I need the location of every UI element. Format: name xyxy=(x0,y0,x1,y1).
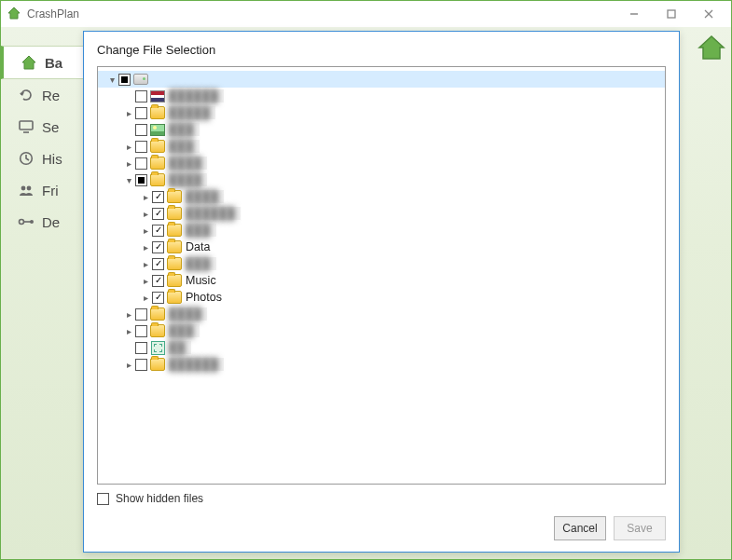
save-button[interactable]: Save xyxy=(614,516,666,540)
tree-row[interactable]: ██████ xyxy=(98,88,665,104)
tree-label: ███ xyxy=(169,324,200,337)
folder-icon xyxy=(150,307,165,321)
folder-icon xyxy=(167,190,182,203)
folder-icon xyxy=(167,240,182,253)
tree-row[interactable]: ▸████ xyxy=(98,155,665,171)
destination-icon xyxy=(18,213,35,230)
expand-toggle[interactable]: ▸ xyxy=(139,257,152,270)
tree-checkbox[interactable] xyxy=(135,342,147,354)
folder-icon xyxy=(150,358,165,371)
restore-icon xyxy=(18,87,35,103)
svg-point-7 xyxy=(21,186,26,191)
tree-checkbox[interactable] xyxy=(135,174,147,186)
expand-toggle[interactable]: ▸ xyxy=(122,324,135,337)
tree-checkbox[interactable] xyxy=(118,74,131,86)
show-hidden-checkbox[interactable] xyxy=(97,493,109,505)
tree-label: ███ xyxy=(169,140,200,153)
expand-toggle[interactable]: ▸ xyxy=(139,240,152,253)
app-title: CrashPlan xyxy=(27,7,615,20)
close-button[interactable] xyxy=(690,2,727,26)
tree-checkbox[interactable] xyxy=(135,141,147,153)
sidebar-item-label: His xyxy=(42,151,62,167)
minimize-button[interactable] xyxy=(615,2,653,26)
tree-checkbox[interactable] xyxy=(135,359,147,371)
tree-row[interactable]: ▸Music xyxy=(98,272,665,289)
tree-checkbox[interactable] xyxy=(135,308,147,321)
tree-label: ████ xyxy=(169,307,207,321)
tree-checkbox[interactable] xyxy=(135,325,147,337)
tree-checkbox[interactable] xyxy=(152,208,164,220)
folder-icon xyxy=(150,324,165,337)
folder-icon xyxy=(150,173,165,186)
expand-toggle[interactable]: ▸ xyxy=(122,358,135,371)
tree-checkbox[interactable] xyxy=(152,292,164,304)
expand-toggle[interactable]: ▸ xyxy=(139,291,152,304)
expand-toggle[interactable]: ▸ xyxy=(122,106,135,119)
folder-icon xyxy=(167,274,182,287)
folder-icon xyxy=(150,157,165,170)
expand-toggle[interactable]: ▸ xyxy=(139,224,152,237)
sidebar-item-label: Se xyxy=(42,119,59,135)
tree-label: █████ xyxy=(169,106,215,119)
expand-toggle[interactable]: ▸ xyxy=(122,157,135,170)
tree-row[interactable]: ██ xyxy=(98,339,665,356)
tree-checkbox[interactable] xyxy=(152,191,164,203)
tree-label: ████ xyxy=(169,157,207,170)
monitor-icon xyxy=(18,118,35,135)
tree-checkbox[interactable] xyxy=(152,275,164,287)
sidebar-item-label: Fri xyxy=(42,183,59,198)
tree-checkbox[interactable] xyxy=(135,157,147,170)
show-hidden-label: Show hidden files xyxy=(116,492,203,505)
file-tree: ▾██████▸████████▸███▸████▾████▸████▸████… xyxy=(98,71,665,373)
expand-toggle[interactable]: ▸ xyxy=(139,274,152,287)
sidebar-item-label: Ba xyxy=(45,55,62,71)
expand-toggle[interactable]: ▸ xyxy=(139,207,152,220)
tree-row[interactable]: ▸███ xyxy=(98,222,665,239)
tree-row[interactable]: ▾████ xyxy=(98,171,665,188)
flag-icon xyxy=(150,89,165,102)
header-logo-icon xyxy=(697,33,725,63)
cancel-button[interactable]: Cancel xyxy=(554,516,606,540)
home-icon xyxy=(21,54,37,71)
folder-icon xyxy=(167,224,182,237)
tree-label: ██████ xyxy=(169,89,224,102)
tree-row[interactable]: ▸████ xyxy=(98,306,665,322)
expand-toggle[interactable]: ▾ xyxy=(122,173,135,186)
tree-row[interactable]: ▸Data xyxy=(98,239,665,255)
dialog-title: Change File Selection xyxy=(97,43,666,57)
tree-row[interactable]: ▸████ xyxy=(98,188,665,205)
tree-checkbox[interactable] xyxy=(152,258,164,270)
tree-row[interactable]: ▸Photos xyxy=(98,289,665,306)
tree-row[interactable]: ▸███ xyxy=(98,255,665,272)
sidebar-item-label: De xyxy=(42,214,60,230)
tree-row[interactable]: ███ xyxy=(98,121,665,138)
tree-checkbox[interactable] xyxy=(152,225,164,237)
expand-toggle xyxy=(122,123,135,136)
expand-toggle[interactable]: ▸ xyxy=(122,307,135,321)
expand-toggle[interactable]: ▸ xyxy=(139,190,152,203)
tree-label: ████ xyxy=(186,190,224,203)
tree-checkbox[interactable] xyxy=(135,107,147,119)
dialog-buttons: Cancel Save xyxy=(97,509,666,540)
tree-row[interactable]: ▸█████ xyxy=(98,104,665,121)
folder-icon xyxy=(167,257,182,270)
expand-toggle[interactable]: ▸ xyxy=(122,140,135,153)
drive-icon xyxy=(133,73,148,86)
tree-row[interactable]: ▸██████ xyxy=(98,205,665,222)
svg-point-9 xyxy=(20,220,24,225)
tree-label: ███ xyxy=(186,257,216,270)
maximize-button[interactable] xyxy=(653,2,690,26)
expand-toggle[interactable]: ▾ xyxy=(105,73,118,86)
tree-row[interactable]: ▾ xyxy=(98,71,665,88)
file-tree-container[interactable]: ▾██████▸████████▸███▸████▾████▸████▸████… xyxy=(97,66,666,485)
tree-label: Data xyxy=(186,240,215,253)
tree-checkbox[interactable] xyxy=(135,90,147,102)
tree-row[interactable]: ▸███ xyxy=(98,138,665,155)
tree-label: ██ xyxy=(169,341,191,354)
tree-label: ███ xyxy=(169,123,200,136)
tree-row[interactable]: ▸███ xyxy=(98,322,665,339)
tree-checkbox[interactable] xyxy=(152,241,164,253)
tree-checkbox[interactable] xyxy=(135,124,147,136)
tree-row[interactable]: ▸██████ xyxy=(98,356,665,373)
change-file-selection-dialog: Change File Selection ▾██████▸████████▸█… xyxy=(83,31,680,553)
